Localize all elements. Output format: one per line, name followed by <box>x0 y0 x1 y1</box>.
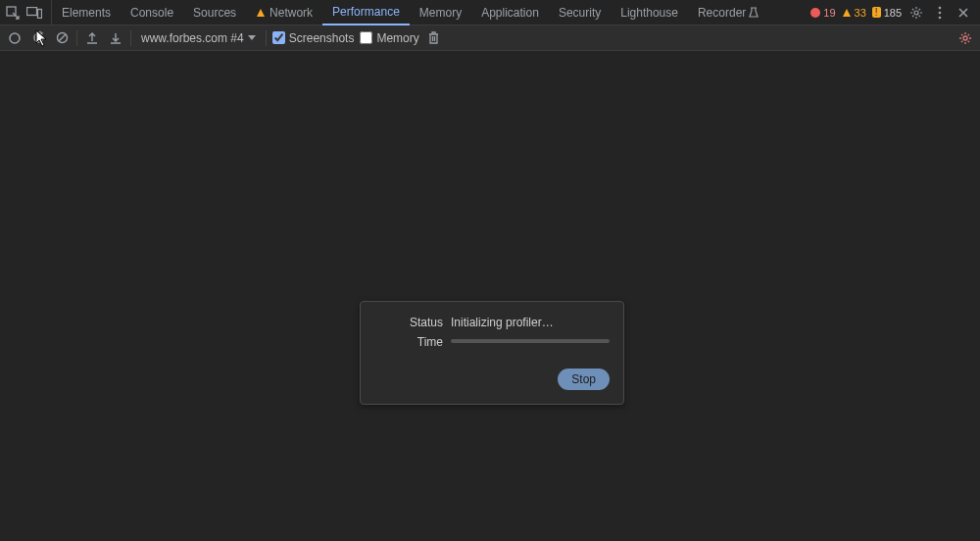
flask-icon <box>749 7 759 19</box>
performance-toolbar: www.forbes.com #4 Screenshots Memory <box>0 25 980 51</box>
settings-icon[interactable] <box>907 4 925 22</box>
svg-rect-1 <box>27 7 37 15</box>
profiler-dialog: Status Initializing profiler… Time Stop <box>360 301 624 405</box>
target-select[interactable]: www.forbes.com #4 <box>137 30 260 46</box>
svg-point-3 <box>914 11 918 15</box>
memory-checkbox-input[interactable] <box>360 31 372 44</box>
settings-gear-icon[interactable] <box>956 29 974 47</box>
warning-icon <box>256 8 266 18</box>
screenshots-checkbox[interactable]: Screenshots <box>272 31 355 45</box>
memory-label: Memory <box>376 31 418 45</box>
target-select-value: www.forbes.com #4 <box>141 31 244 45</box>
close-icon[interactable] <box>955 4 972 22</box>
record-icon[interactable] <box>6 29 24 47</box>
status-area: 19 33 ! 185 <box>810 4 976 22</box>
main-area: Status Initializing profiler… Time Stop <box>0 51 980 541</box>
device-toolbar-icon[interactable] <box>25 4 43 22</box>
svg-point-5 <box>939 11 942 14</box>
message-count[interactable]: ! 185 <box>872 7 902 19</box>
tab-lighthouse[interactable]: Lighthouse <box>611 0 688 25</box>
screenshots-checkbox-input[interactable] <box>272 31 285 44</box>
reload-record-icon[interactable] <box>29 29 47 47</box>
divider <box>266 30 267 46</box>
panel-tabs: Elements Console Sources Network Perform… <box>52 0 768 25</box>
tab-application[interactable]: Application <box>471 0 549 25</box>
clear-icon[interactable] <box>53 29 71 47</box>
time-label: Time <box>374 335 443 349</box>
devtools-top-bar: Elements Console Sources Network Perform… <box>0 0 980 25</box>
time-progress <box>451 339 610 343</box>
divider <box>76 30 77 46</box>
tab-network[interactable]: Network <box>246 0 322 25</box>
more-icon[interactable] <box>931 4 949 22</box>
tab-sources[interactable]: Sources <box>183 0 246 25</box>
screenshots-label: Screenshots <box>289 31 355 45</box>
inspect-tools <box>4 0 52 25</box>
svg-point-4 <box>939 6 942 9</box>
warning-icon <box>842 8 852 18</box>
tab-performance[interactable]: Performance <box>322 0 410 25</box>
divider <box>130 30 131 46</box>
status-value: Initializing profiler… <box>451 316 610 329</box>
tab-console[interactable]: Console <box>121 0 183 25</box>
error-count[interactable]: 19 <box>810 7 835 19</box>
garbage-collect-icon[interactable] <box>425 29 443 47</box>
tab-memory[interactable]: Memory <box>410 0 471 25</box>
svg-point-6 <box>939 16 942 19</box>
svg-rect-2 <box>38 9 42 18</box>
message-icon: ! <box>872 7 881 18</box>
chevron-down-icon <box>248 35 256 41</box>
tab-elements[interactable]: Elements <box>52 0 121 25</box>
inspect-element-icon[interactable] <box>4 4 22 22</box>
memory-checkbox[interactable]: Memory <box>360 31 418 45</box>
tab-security[interactable]: Security <box>549 0 611 25</box>
error-icon <box>810 8 820 18</box>
svg-point-9 <box>963 36 967 40</box>
warning-count[interactable]: 33 <box>842 7 866 19</box>
svg-point-7 <box>10 33 20 43</box>
tab-recorder[interactable]: Recorder <box>688 0 768 25</box>
status-label: Status <box>374 316 443 329</box>
download-icon[interactable] <box>107 29 124 47</box>
upload-icon[interactable] <box>83 29 101 47</box>
stop-button[interactable]: Stop <box>558 369 610 390</box>
